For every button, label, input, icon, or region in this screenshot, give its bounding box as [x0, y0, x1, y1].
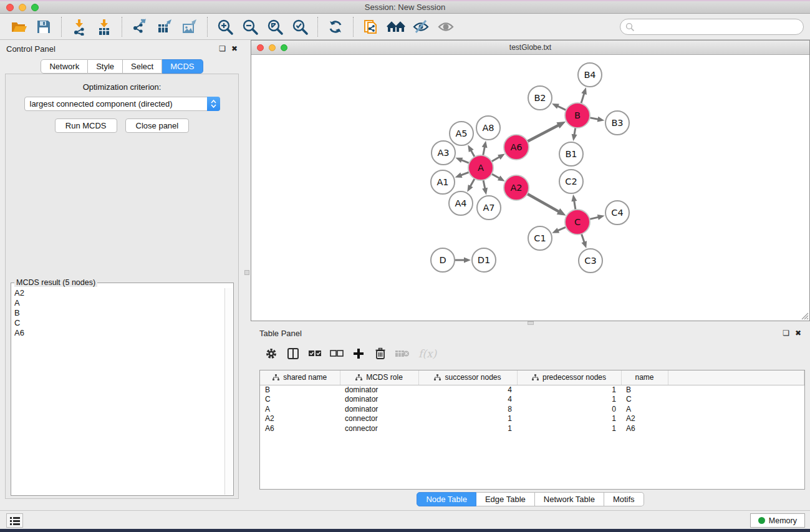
zoom-selected-icon[interactable] [287, 16, 312, 37]
open-folder-icon[interactable] [6, 16, 31, 37]
graph-node-selected[interactable]: B [565, 103, 590, 128]
table-cell[interactable]: dominator [340, 385, 418, 395]
gear-icon[interactable] [263, 346, 279, 362]
zoom-in-icon[interactable] [213, 16, 238, 37]
table-cell[interactable] [668, 414, 804, 424]
table-row[interactable]: Cdominator41C [260, 395, 804, 405]
vertical-splitter[interactable] [244, 40, 251, 510]
table-cell[interactable]: 1 [517, 414, 621, 424]
horizontal-splitter[interactable] [251, 321, 810, 326]
table-cell[interactable]: 1 [418, 414, 517, 424]
refresh-icon[interactable] [323, 16, 348, 37]
node-table[interactable]: shared name MCDS role successor nodes pr… [259, 370, 805, 490]
export-image-icon[interactable] [177, 16, 202, 37]
table-cell[interactable]: A2 [260, 414, 340, 424]
table-cell[interactable] [668, 423, 804, 433]
table-cell[interactable]: A6 [260, 423, 340, 433]
tab-motifs[interactable]: Motifs [604, 492, 644, 506]
graph-node[interactable]: D [431, 248, 455, 272]
table-row[interactable]: Adominator80A [260, 404, 804, 414]
table-row[interactable]: Bdominator41B [260, 385, 804, 395]
export-table-icon[interactable] [152, 16, 177, 37]
resize-grip-icon[interactable] [800, 311, 809, 320]
table-cell[interactable]: C [621, 395, 668, 405]
graph-node[interactable]: B4 [578, 63, 602, 87]
graph-node[interactable]: A1 [431, 170, 455, 194]
mcds-result-item[interactable]: C [12, 318, 224, 328]
table-cell[interactable]: 1 [517, 423, 621, 433]
graph-node[interactable]: B1 [559, 142, 583, 166]
graph-edge[interactable] [526, 125, 559, 142]
column-header[interactable]: shared name [260, 370, 340, 385]
tab-mcds[interactable]: MCDS [162, 59, 203, 74]
graph-node-selected[interactable]: A [468, 155, 493, 180]
deselect-all-icon[interactable] [329, 346, 345, 362]
tab-node-table[interactable]: Node Table [417, 492, 476, 506]
result-scrollbar[interactable] [224, 288, 233, 495]
column-icon[interactable] [285, 346, 301, 362]
table-row[interactable]: A2connector11A2 [260, 414, 804, 424]
select-all-icon[interactable] [307, 346, 323, 362]
table-cell[interactable]: B [621, 385, 668, 395]
column-header[interactable]: name [621, 370, 668, 385]
mcds-result-item[interactable]: A [12, 298, 224, 308]
column-header[interactable]: predecessor nodes [517, 370, 621, 385]
table-cell[interactable]: C [260, 395, 340, 405]
trash-icon[interactable] [372, 346, 388, 362]
column-header[interactable]: MCDS role [340, 370, 418, 385]
table-cell[interactable] [668, 395, 804, 405]
splitter-handle[interactable] [528, 321, 534, 325]
tab-network-table[interactable]: Network Table [535, 492, 604, 506]
zoom-fit-icon[interactable] [263, 16, 287, 37]
mcds-result-list[interactable]: A2ABCA6 [12, 288, 224, 495]
graph-edge[interactable] [526, 193, 559, 212]
graph-node[interactable]: C3 [579, 249, 602, 273]
graph-node[interactable]: A7 [477, 196, 501, 220]
table-cell[interactable]: A6 [621, 423, 668, 433]
table-cell[interactable]: dominator [340, 395, 418, 405]
float-panel-icon[interactable]: ❏ [783, 329, 789, 337]
table-cell[interactable]: connector [340, 414, 418, 424]
table-cell[interactable]: 4 [418, 395, 517, 405]
close-panel-icon[interactable]: ✖ [795, 329, 801, 337]
tab-network[interactable]: Network [41, 59, 88, 74]
mcds-result-item[interactable]: B [12, 308, 224, 318]
graph-node[interactable]: A3 [432, 141, 455, 165]
graph-node[interactable]: A8 [476, 116, 500, 140]
mcds-result-item[interactable]: A6 [12, 328, 224, 338]
mcds-result-item[interactable]: A2 [12, 288, 224, 298]
memory-button[interactable]: Memory [750, 513, 805, 528]
import-network-icon[interactable] [67, 16, 92, 37]
graph-node[interactable]: B3 [605, 111, 629, 135]
graph-node[interactable]: B2 [528, 86, 552, 110]
table-cell[interactable] [668, 385, 804, 395]
table-cell[interactable]: 1 [418, 423, 517, 433]
tab-style[interactable]: Style [88, 59, 123, 74]
function-icon[interactable]: f(x) [416, 346, 436, 362]
network-graph[interactable]: AA1A2A3A4A5A6A7A8BB1B2B3B4CC1C2C3C4DD1 [251, 55, 809, 321]
close-panel-button[interactable]: Close panel [125, 118, 190, 133]
copy-network-icon[interactable] [359, 16, 383, 37]
criterion-select[interactable]: largest connected component (directed) [24, 97, 220, 111]
table-cell[interactable]: 1 [517, 385, 621, 395]
table-cell[interactable]: 4 [418, 385, 517, 395]
table-cell[interactable] [668, 404, 804, 414]
zoom-out-icon[interactable] [238, 16, 263, 37]
table-cell[interactable]: 8 [418, 404, 517, 414]
graph-node-selected[interactable]: A2 [504, 175, 529, 200]
task-list-button[interactable] [6, 513, 23, 528]
eye-icon[interactable] [433, 16, 458, 37]
graph-node[interactable]: C4 [605, 201, 629, 225]
plus-icon[interactable] [350, 346, 367, 362]
export-network-icon[interactable] [127, 16, 152, 37]
import-table-icon[interactable] [92, 16, 117, 37]
save-icon[interactable] [31, 16, 56, 37]
table-cell[interactable]: dominator [340, 404, 418, 414]
tab-edge-table[interactable]: Edge Table [476, 492, 535, 506]
tab-select[interactable]: Select [123, 59, 162, 74]
table-cell[interactable]: 1 [517, 395, 621, 405]
graph-node[interactable]: C2 [559, 170, 583, 193]
table-cell[interactable]: A [260, 404, 340, 414]
table-cell[interactable]: connector [340, 423, 418, 433]
table-cell[interactable]: B [260, 385, 340, 395]
